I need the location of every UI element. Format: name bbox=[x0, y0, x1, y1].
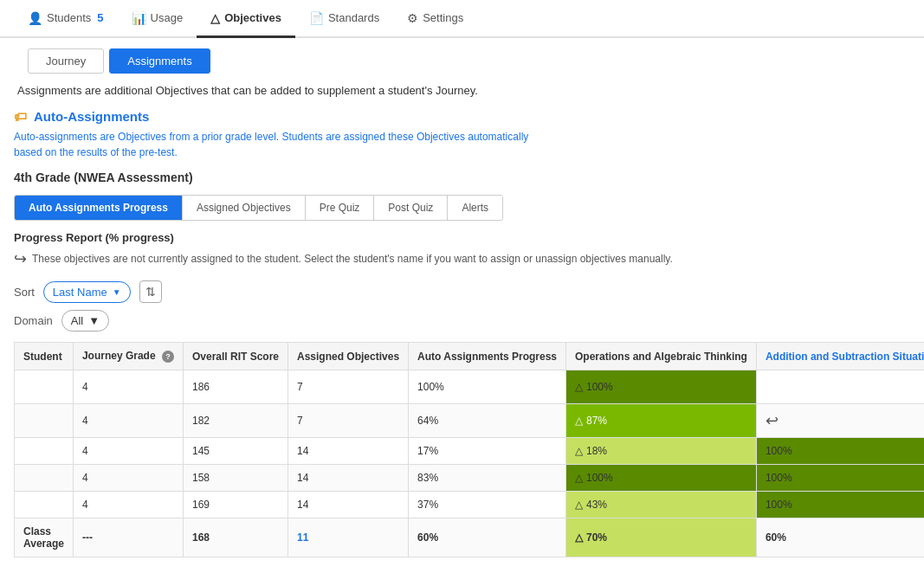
cell-journey-grade-5: 4 bbox=[73, 492, 183, 518]
auto-assignments-icon: 🏷 bbox=[14, 109, 27, 124]
col-header-addition: Addition and Subtraction Situations with… bbox=[756, 343, 924, 370]
cell-assigned-obj-4: 14 bbox=[288, 465, 409, 492]
cell-class-avg-auto-progress: 60% bbox=[409, 518, 566, 557]
cell-class-avg-rit: 168 bbox=[183, 518, 288, 557]
cell-auto-progress-1: 100% bbox=[409, 370, 566, 404]
progress-tab-assigned[interactable]: Assigned Objectives bbox=[183, 196, 306, 220]
standards-icon: 📄 bbox=[309, 11, 324, 25]
cell-class-avg-addition: 60% bbox=[756, 518, 924, 557]
sub-tab-journey[interactable]: Journey bbox=[28, 48, 104, 74]
class-average-row: Class Average --- 168 11 60% △70% 60% bbox=[15, 518, 925, 557]
col-header-assigned-obj: Assigned Objectives bbox=[288, 343, 409, 370]
progress-tab-pre-quiz[interactable]: Pre Quiz bbox=[306, 196, 375, 220]
progress-report-label: Progress Report (% progress) bbox=[14, 231, 910, 244]
domain-value: All bbox=[71, 314, 83, 327]
cell-student-2 bbox=[15, 404, 74, 438]
sort-select[interactable]: Last Name ▼ bbox=[43, 281, 131, 303]
cell-overall-rit-1: 186 bbox=[183, 370, 288, 404]
cell-journey-grade-1: 4 bbox=[73, 370, 183, 404]
domain-arrow-icon: ▼ bbox=[88, 314, 100, 327]
domain-select[interactable]: All ▼ bbox=[61, 310, 109, 332]
sort-toggle-button[interactable]: ⇅ bbox=[139, 280, 162, 303]
cell-class-average-label: Class Average bbox=[15, 518, 74, 557]
cell-auto-progress-2: 64% bbox=[409, 404, 566, 438]
table-header-row: Student Journey Grade ? Overall RIT Scor… bbox=[15, 343, 925, 370]
cell-class-avg-assigned[interactable]: 11 bbox=[288, 518, 409, 557]
assignments-description: Assignments are additional Objectives th… bbox=[14, 84, 910, 97]
auto-assignments-description: Auto-assignments are Objectives from a p… bbox=[14, 129, 910, 160]
tab-students[interactable]: 👤 Students 5 bbox=[14, 0, 118, 38]
cell-journey-grade-4: 4 bbox=[73, 465, 183, 492]
col-header-operations: Operations and Algebraic Thinking bbox=[565, 343, 756, 370]
tab-usage[interactable]: 📊 Usage bbox=[118, 0, 197, 38]
objectives-icon: △ bbox=[210, 11, 220, 25]
cell-student-1 bbox=[15, 370, 74, 404]
cell-overall-rit-5: 169 bbox=[183, 492, 288, 518]
cell-addition-5: 100% bbox=[756, 492, 924, 518]
grade-title: 4th Grade (NWEA Assessment) bbox=[14, 171, 910, 184]
cell-journey-grade-3: 4 bbox=[73, 438, 183, 465]
cell-operations-2: △87% bbox=[565, 404, 756, 438]
cell-assigned-obj-3: 14 bbox=[288, 438, 409, 465]
cell-student-4 bbox=[15, 465, 74, 492]
cell-addition-1: ↩ bbox=[756, 370, 924, 404]
cell-auto-progress-5: 37% bbox=[409, 492, 566, 518]
sort-value: Last Name bbox=[53, 286, 107, 299]
domain-row: Domain All ▼ bbox=[14, 310, 910, 332]
progress-tab-auto[interactable]: Auto Assignments Progress bbox=[15, 196, 183, 220]
col-header-auto-progress: Auto Assignments Progress bbox=[409, 343, 566, 370]
table-row: 4 182 7 64% △87% ↩ bbox=[15, 404, 925, 438]
cell-journey-grade-2: 4 bbox=[73, 404, 183, 438]
table-row: 4 145 14 17% △18% 100% bbox=[15, 438, 925, 465]
students-icon: 👤 bbox=[28, 11, 42, 25]
cell-addition-2: ↩ bbox=[756, 404, 924, 438]
main-content: Journey Assignments Assignments are addi… bbox=[0, 38, 924, 571]
cell-assigned-obj-2: 7 bbox=[288, 404, 409, 438]
tab-settings[interactable]: ⚙ Settings bbox=[393, 0, 477, 38]
data-table: Student Journey Grade ? Overall RIT Scor… bbox=[14, 342, 924, 557]
table-row: 4 186 7 100% △100% ↩ bbox=[15, 370, 925, 404]
usage-icon: 📊 bbox=[132, 11, 146, 25]
journey-grade-info-icon[interactable]: ? bbox=[162, 351, 174, 363]
domain-label: Domain bbox=[14, 314, 53, 327]
cell-addition-3: 100% bbox=[756, 438, 924, 465]
cell-overall-rit-4: 158 bbox=[183, 465, 288, 492]
cell-student-5 bbox=[15, 492, 74, 518]
cell-auto-progress-3: 17% bbox=[409, 438, 566, 465]
cell-operations-1: △100% bbox=[565, 370, 756, 404]
progress-tab-alerts[interactable]: Alerts bbox=[448, 196, 502, 220]
cell-operations-4: △100% bbox=[565, 465, 756, 492]
table-row: 4 169 14 37% △43% 100% bbox=[15, 492, 925, 518]
cell-student-3 bbox=[15, 438, 74, 465]
cell-assigned-obj-1: 7 bbox=[288, 370, 409, 404]
cell-overall-rit-2: 182 bbox=[183, 404, 288, 438]
cell-overall-rit-3: 145 bbox=[183, 438, 288, 465]
tab-objectives[interactable]: △ Objectives bbox=[197, 0, 295, 38]
cell-addition-4: 100% bbox=[756, 465, 924, 492]
sort-toggle-icon: ⇅ bbox=[145, 285, 156, 299]
col-header-student: Student bbox=[15, 343, 74, 370]
progress-tabs-container: Auto Assignments Progress Assigned Objec… bbox=[14, 195, 503, 221]
cell-class-avg-journey: --- bbox=[73, 518, 183, 557]
cell-operations-5: △43% bbox=[565, 492, 756, 518]
table-row: 4 158 14 83% △100% 100% bbox=[15, 465, 925, 492]
sub-tab-assignments[interactable]: Assignments bbox=[109, 48, 210, 74]
info-row: ↩ These objectives are not currently ass… bbox=[14, 249, 910, 268]
col-header-overall-rit: Overall RIT Score bbox=[183, 343, 288, 370]
col-header-journey-grade: Journey Grade ? bbox=[73, 343, 183, 370]
auto-assignments-title: 🏷 Auto-Assignments bbox=[14, 109, 910, 124]
settings-icon: ⚙ bbox=[407, 11, 418, 25]
top-navigation: 👤 Students 5 📊 Usage △ Objectives 📄 Stan… bbox=[0, 0, 924, 38]
cell-operations-3: △18% bbox=[565, 438, 756, 465]
info-text: These objectives are not currently assig… bbox=[32, 253, 673, 265]
tab-standards[interactable]: 📄 Standards bbox=[295, 0, 393, 38]
undo-icon: ↩ bbox=[14, 249, 27, 268]
cell-assigned-obj-5: 14 bbox=[288, 492, 409, 518]
cell-auto-progress-4: 83% bbox=[409, 465, 566, 492]
sort-row: Sort Last Name ▼ ⇅ bbox=[14, 280, 910, 303]
cell-class-avg-operations: △70% bbox=[565, 518, 756, 557]
sort-arrow-icon: ▼ bbox=[113, 287, 121, 297]
sort-label: Sort bbox=[14, 286, 35, 299]
sub-tabs-container: Journey Assignments bbox=[14, 38, 910, 84]
progress-tab-post-quiz[interactable]: Post Quiz bbox=[374, 196, 448, 220]
